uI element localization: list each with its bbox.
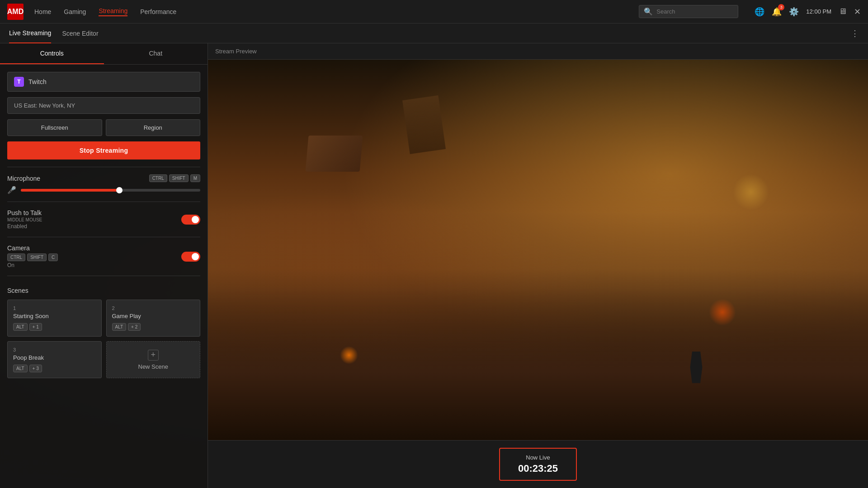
display-mode-buttons: Fullscreen Region xyxy=(7,119,200,136)
time-display: 12:00 PM xyxy=(806,8,831,15)
camera-shortcut-ctrl: CTRL xyxy=(7,253,25,261)
search-input[interactable] xyxy=(656,8,733,15)
microphone-slider-fill xyxy=(21,189,119,192)
microphone-slider-row: 🎤 xyxy=(7,186,200,194)
platform-name: Twitch xyxy=(28,78,47,85)
scene-card-starting-soon[interactable]: 1 Starting Soon ALT + 1 xyxy=(7,300,102,337)
add-scene-card[interactable]: + New Scene xyxy=(106,341,201,378)
nav-home[interactable]: Home xyxy=(34,8,51,15)
add-scene-label: New Scene xyxy=(138,363,168,370)
live-status-bar: Now Live 00:23:25 xyxy=(208,440,868,488)
scene-shortcut-badge-alt3: ALT xyxy=(13,365,28,372)
platform-selector[interactable]: T Twitch xyxy=(7,72,200,92)
camera-toggle[interactable] xyxy=(181,252,200,262)
live-timer-button[interactable]: Now Live 00:23:25 xyxy=(499,448,577,481)
push-to-talk-shortcut: MIDDLE MOUSE xyxy=(7,217,42,222)
microphone-header: Microphone CTRL SHIFT M xyxy=(7,174,200,182)
nav-streaming[interactable]: Streaming xyxy=(99,7,127,16)
camera-shortcut-shift: SHIFT xyxy=(27,253,47,261)
notification-bell[interactable]: 🔔 3 xyxy=(772,7,782,17)
globe-icon[interactable]: 🌐 xyxy=(755,7,764,17)
top-navigation-bar: AMD Home Gaming Streaming Performance 🔍 … xyxy=(0,0,868,23)
scene-shortcut-2: ALT + 2 xyxy=(112,323,195,331)
live-label: Now Live xyxy=(526,454,550,461)
camera-status: On xyxy=(7,262,58,268)
amd-logo: AMD xyxy=(7,4,24,20)
more-options-icon[interactable]: ⋮ xyxy=(851,28,859,38)
scene-card-poop-break[interactable]: 3 Poop Break ALT + 3 xyxy=(7,341,102,378)
search-bar[interactable]: 🔍 xyxy=(639,5,738,18)
region-selector[interactable]: US East: New York, NY xyxy=(7,97,200,114)
scene-name-starting-soon: Starting Soon xyxy=(13,313,96,319)
secondary-navigation: Live Streaming Scene Editor ⋮ xyxy=(0,23,868,43)
push-to-talk-section: Push to Talk MIDDLE MOUSE Enabled xyxy=(7,209,200,230)
divider-3 xyxy=(7,237,200,237)
microphone-label: Microphone xyxy=(7,175,40,182)
settings-icon[interactable]: ⚙️ xyxy=(789,7,799,17)
monitor-icon[interactable]: 🖥 xyxy=(839,7,847,16)
scene-shortcut-badge-alt2: ALT xyxy=(112,323,127,331)
stream-preview-header: Stream Preview xyxy=(208,43,868,60)
mic-shortcut-m: M xyxy=(190,174,200,182)
game-preview xyxy=(208,60,868,440)
camera-label: Camera xyxy=(7,244,58,252)
camera-shortcut-c: C xyxy=(48,253,58,261)
stream-preview-panel: Stream Preview T Let's play some xyxy=(208,43,868,488)
scene-number-3: 3 xyxy=(13,347,96,352)
fullscreen-button[interactable]: Fullscreen xyxy=(7,119,102,136)
push-to-talk-toggle[interactable] xyxy=(181,215,200,225)
microphone-section: Microphone CTRL SHIFT M 🎤 xyxy=(7,174,200,194)
camera-section: Camera CTRL SHIFT C On xyxy=(7,244,200,268)
microphone-slider-thumb[interactable] xyxy=(116,187,123,193)
scene-number-2: 2 xyxy=(112,305,195,311)
divider-1 xyxy=(7,167,200,167)
region-button[interactable]: Region xyxy=(106,119,201,136)
ruin-element-2 xyxy=(402,95,446,154)
nav-performance[interactable]: Performance xyxy=(140,8,176,15)
mic-shortcut-ctrl: CTRL xyxy=(149,174,167,182)
ground-shadow xyxy=(208,269,868,440)
scene-shortcut-badge-1: + 1 xyxy=(29,323,42,331)
search-icon: 🔍 xyxy=(644,7,653,16)
scenes-header: Scenes xyxy=(7,287,200,294)
fire-effect-1 xyxy=(340,346,358,364)
scene-shortcut-3: ALT + 3 xyxy=(13,365,96,372)
notification-badge: 3 xyxy=(778,4,784,10)
add-scene-icon[interactable]: + xyxy=(148,350,159,361)
scenes-grid: 1 Starting Soon ALT + 1 2 Game Play ALT … xyxy=(7,300,200,378)
main-nav: Home Gaming Streaming Performance xyxy=(34,7,176,16)
nav-gaming[interactable]: Gaming xyxy=(64,8,86,15)
camera-row: Camera CTRL SHIFT C On xyxy=(7,244,200,268)
secondary-nav-links: Live Streaming Scene Editor xyxy=(9,23,99,43)
scene-shortcut-badge-2: + 2 xyxy=(128,323,141,331)
scene-shortcut-badge-alt1: ALT xyxy=(13,323,28,331)
scene-shortcut-1: ALT + 1 xyxy=(13,323,96,331)
push-to-talk-row: Push to Talk MIDDLE MOUSE Enabled xyxy=(7,209,200,230)
camera-shortcuts: CTRL SHIFT C xyxy=(7,253,58,261)
microphone-icon: 🎤 xyxy=(7,186,16,194)
controls-panel-content: T Twitch US East: New York, NY Fullscree… xyxy=(0,65,208,488)
divider-4 xyxy=(7,276,200,276)
scene-name-game-play: Game Play xyxy=(112,313,195,319)
ruin-element-1 xyxy=(306,136,363,172)
camera-info: Camera CTRL SHIFT C On xyxy=(7,244,58,268)
tab-scene-editor[interactable]: Scene Editor xyxy=(62,23,98,43)
push-to-talk-info: Push to Talk MIDDLE MOUSE Enabled xyxy=(7,209,42,230)
tab-chat[interactable]: Chat xyxy=(104,43,208,64)
microphone-shortcuts: CTRL SHIFT M xyxy=(149,174,200,182)
scene-shortcut-badge-3: + 3 xyxy=(29,365,42,372)
stop-streaming-button[interactable]: Stop Streaming xyxy=(7,141,200,160)
close-icon[interactable]: ✕ xyxy=(854,7,861,17)
scene-name-poop-break: Poop Break xyxy=(13,354,96,361)
fire-effect-2 xyxy=(709,299,736,326)
panel-tabs: Controls Chat xyxy=(0,43,208,65)
microphone-slider[interactable] xyxy=(21,189,200,192)
live-timer: 00:23:25 xyxy=(518,463,558,474)
push-to-talk-status: Enabled xyxy=(7,223,42,230)
stream-preview-area: T Let's play some GEARS! Gears 5 121 vie… xyxy=(208,60,868,440)
tab-live-streaming[interactable]: Live Streaming xyxy=(9,23,51,43)
tab-controls[interactable]: Controls xyxy=(0,43,104,64)
divider-2 xyxy=(7,202,200,202)
top-bar-controls: 🌐 🔔 3 ⚙️ 12:00 PM 🖥 ✕ xyxy=(755,7,861,17)
scene-card-game-play[interactable]: 2 Game Play ALT + 2 xyxy=(106,300,201,337)
